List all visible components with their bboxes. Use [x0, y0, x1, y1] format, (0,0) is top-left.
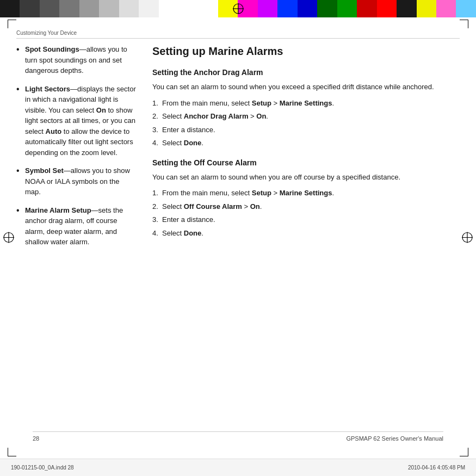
file-info-right: 2010-04-16 4:05:48 PM [408, 465, 465, 471]
color-swatch-green [337, 0, 357, 17]
right-crosshair-icon [461, 231, 473, 245]
color-swatch-white-2 [178, 0, 198, 17]
left-crosshair-icon [3, 231, 15, 245]
color-swatch-light-yellow [417, 0, 436, 17]
content-columns: • Spot Soundings—allows you to turn spot… [16, 44, 460, 255]
left-column: • Spot Soundings—allows you to turn spot… [16, 44, 136, 255]
color-swatch-purple [258, 0, 277, 17]
color-swatch-white-3 [199, 0, 218, 17]
page-number: 28 [33, 435, 39, 442]
step: 2. Select Anchor Drag Alarm > On. [152, 111, 460, 122]
color-swatch-black-2 [397, 0, 416, 17]
step: 4. Select Done. [152, 138, 460, 149]
page-content: Customizing Your Device • Spot Soundings… [16, 30, 460, 446]
color-swatch-blue-2 [298, 0, 317, 17]
color-swatch-light-gray-2 [119, 0, 139, 17]
bullet-dot: • [16, 165, 23, 177]
bullet-dot: • [16, 205, 23, 217]
anchor-intro: You can set an alarm to sound when you e… [152, 82, 460, 92]
term: Light Sectors [25, 85, 70, 93]
color-swatch-light-pink [436, 0, 456, 17]
bullet-dot: • [16, 44, 23, 55]
step: 1. From the main menu, select Setup > Ma… [152, 188, 460, 199]
color-swatch-dark-green [317, 0, 337, 17]
bullet-text: Symbol Set—allows you to show NOAA or IA… [25, 165, 136, 197]
bottom-bar: 190-01215-00_0A.indd 28 2010-04-16 4:05:… [0, 459, 476, 476]
term: Marine Alarm Setup [25, 206, 91, 214]
file-info-left: 190-01215-00_0A.indd 28 [11, 465, 74, 471]
offcourse-intro: You can set an alarm to sound when you a… [152, 172, 460, 183]
manual-title: GPSMAP 62 Series Owner's Manual [346, 435, 443, 442]
subsection-title-anchor: Setting the Anchor Drag Alarm [152, 67, 460, 78]
step: 4. Select Done. [152, 228, 460, 239]
anchor-steps: 1. From the main menu, select Setup > Ma… [152, 98, 460, 149]
inline-bold: On [96, 106, 106, 114]
step: 1. From the main menu, select Setup > Ma… [152, 98, 460, 109]
subsection-title-offcourse: Setting the Off Course Alarm [152, 157, 460, 169]
bullet-text: Marine Alarm Setup—sets the anchor drag … [25, 205, 136, 248]
color-swatch-very-light-gray [139, 0, 158, 17]
list-item: • Marine Alarm Setup—sets the anchor dra… [16, 205, 136, 248]
term: Spot Soundings [25, 45, 79, 53]
footer: 28 GPSMAP 62 Series Owner's Manual [33, 431, 443, 442]
color-swatch-dark-gray-2 [40, 0, 59, 17]
bullet-text: Spot Soundings—allows you to turn spot s… [25, 44, 136, 76]
color-swatch-medium-gray-2 [79, 0, 99, 17]
top-crosshair-icon [232, 3, 244, 16]
bullet-list: • Spot Soundings—allows you to turn spot… [16, 44, 136, 248]
list-item: • Symbol Set—allows you to show NOAA or … [16, 165, 136, 197]
color-swatch-white [159, 0, 178, 17]
color-swatch-red [377, 0, 397, 17]
corner-mark-bl [8, 448, 16, 456]
corner-mark-br [460, 448, 468, 456]
term: Symbol Set [25, 166, 64, 175]
right-column: Setting up Marine Alarms Setting the Anc… [152, 44, 460, 255]
color-swatch-black [0, 0, 20, 17]
corner-mark-tr [460, 20, 468, 28]
list-item: • Light Sectors—displays the sector in w… [16, 84, 136, 158]
color-swatch-dark-red [357, 0, 376, 17]
step: 3. Enter a distance. [152, 125, 460, 135]
bullet-dot: • [16, 84, 23, 95]
step: 2. Select Off Course Alarm > On. [152, 201, 460, 212]
bullet-text: Light Sectors—displays the sector in whi… [25, 84, 136, 158]
color-swatch-light-gray-1 [99, 0, 119, 17]
color-swatch-blue-1 [277, 0, 297, 17]
color-swatch-dark-gray-1 [20, 0, 39, 17]
breadcrumb-text: Customizing Your Device [16, 30, 77, 36]
section-title: Setting up Marine Alarms [152, 44, 460, 58]
corner-mark-tl [8, 20, 16, 28]
offcourse-steps: 1. From the main menu, select Setup > Ma… [152, 188, 460, 238]
step: 3. Enter a distance. [152, 214, 460, 225]
inline-bold: Auto [46, 127, 62, 135]
color-swatch-light-blue [456, 0, 475, 17]
breadcrumb: Customizing Your Device [16, 30, 460, 39]
color-swatch-medium-gray-1 [59, 0, 79, 17]
list-item: • Spot Soundings—allows you to turn spot… [16, 44, 136, 76]
